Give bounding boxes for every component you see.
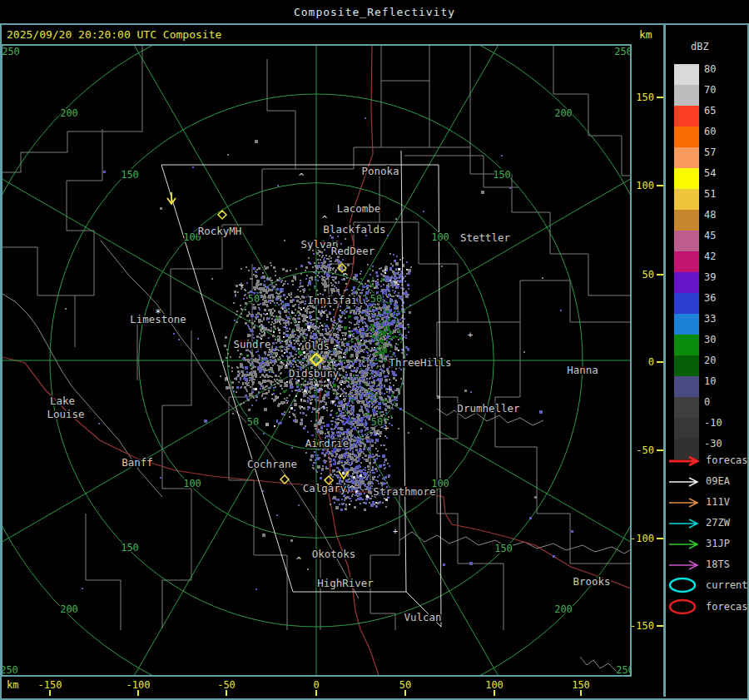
radar-map-viewport[interactable]: 5050505010010010010015015015015020020020… — [1, 44, 632, 677]
bottom-axis-tick-label: -150 — [30, 679, 70, 691]
panel-divider — [663, 24, 666, 697]
down-arrow-marker — [167, 192, 176, 204]
city-label: Louise — [47, 408, 84, 420]
colorbar-value-label: -30 — [704, 439, 722, 449]
colorbar-value-label: 60 — [704, 127, 716, 137]
county-boundary-line — [329, 439, 399, 630]
colorbar-swatch — [674, 147, 699, 168]
right-axis-tick — [657, 97, 663, 98]
caret-marker: ^ — [320, 310, 326, 320]
ring-distance-label: 50 — [370, 293, 382, 305]
ring-distance-label: 50 — [247, 416, 259, 428]
right-axis-tick-label: 100 — [629, 180, 654, 191]
colorbar-unit-label: dBZ — [691, 41, 709, 52]
city-label: Cochrane — [247, 458, 297, 470]
city-label: Ponoka — [361, 165, 399, 177]
legend-arrow-icon — [667, 517, 703, 533]
colorbar-swatch — [674, 106, 699, 127]
ring-distance-label: 150 — [493, 169, 511, 181]
window-title: Composite_Reflectivity — [0, 6, 749, 18]
colorbar-value-label: 80 — [704, 64, 716, 74]
bottom-axis-tick — [226, 690, 227, 696]
city-label: Hanna — [567, 364, 598, 376]
window-titlebar: Composite_Reflectivity — [0, 0, 749, 23]
legend-ellipse-label: forecast — [706, 601, 749, 613]
colorbar-swatch — [674, 85, 699, 106]
caret-marker: ^ — [320, 405, 326, 415]
colorbar-swatch — [674, 127, 699, 147]
city-label: Vulcan — [404, 611, 441, 623]
colorbar-value-label: 51 — [704, 189, 716, 199]
bottom-axis-tick — [49, 690, 51, 696]
colorbar-value-label: -10 — [704, 418, 722, 428]
ring-distance-label: 150 — [121, 169, 139, 181]
caret-marker: ^ — [296, 555, 302, 566]
right-axis-tick-label: -150 — [629, 620, 654, 632]
plus-marker: + — [393, 527, 398, 536]
county-boundary-line — [86, 514, 121, 630]
city-label: RockyMH — [198, 225, 242, 237]
plus-marker: + — [239, 280, 244, 290]
city-label: Calgary — [303, 482, 347, 494]
legend-ellipse-label: current — [706, 579, 748, 591]
colorbar-swatch — [674, 397, 699, 418]
radar-map-canvas[interactable]: 5050505010010010010015015015015020020020… — [2, 46, 630, 675]
bottom-axis-tick — [315, 690, 317, 696]
county-boundary-line — [429, 147, 630, 295]
ring-distance-label: 50 — [248, 293, 260, 305]
city-label: Okotoks — [312, 548, 356, 560]
right-axis-tick — [657, 625, 663, 627]
ring-distance-label: 200 — [554, 107, 573, 119]
colorbar-value-label: 42 — [704, 251, 716, 261]
colorbar-value-label: 20 — [704, 355, 716, 365]
colorbar-value-label: 0 — [704, 397, 710, 407]
colorbar-value-label: 48 — [704, 210, 716, 220]
bottom-axis-tick — [404, 690, 406, 696]
right-axis-tick — [657, 361, 663, 363]
city-label: Drumheller — [457, 402, 520, 415]
river-line — [399, 532, 630, 554]
city-label: Lacombe — [337, 202, 381, 215]
caret-marker: ^ — [343, 271, 349, 282]
caret-marker: ^ — [350, 484, 355, 494]
legend-arrow-icon — [667, 454, 703, 470]
city-label: Olds — [305, 340, 330, 352]
legend-arrow-icon — [667, 559, 703, 574]
city-label: Strathmore — [373, 485, 435, 498]
city-label: Stettler — [460, 231, 511, 244]
colorbar-swatch — [674, 376, 699, 397]
colorbar-swatch — [674, 64, 699, 85]
ring-distance-label: 50 — [371, 416, 383, 428]
bottom-axis-tick-label: -50 — [206, 679, 246, 691]
colorbar-value-label: 54 — [704, 168, 716, 178]
ring-distance-label: 200 — [60, 603, 78, 615]
bottom-axis-tick-label: 100 — [474, 679, 514, 691]
ring-distance-label: 100 — [431, 231, 449, 243]
caret-marker: ^ — [299, 171, 305, 182]
titlebar-divider — [0, 23, 749, 25]
bottom-axis-tick — [137, 690, 139, 696]
colorbar-swatch — [674, 314, 699, 335]
ring-distance-label: 150 — [494, 543, 513, 554]
bottom-axis-tick-label: 50 — [385, 679, 425, 691]
ring-distance-label: 250 — [616, 664, 630, 675]
city-label: Didsbury — [289, 367, 340, 380]
legend-arrow-label: 27ZW — [706, 517, 730, 529]
colorbar-value-label: 45 — [704, 231, 716, 241]
right-axis-tick-label: 50 — [629, 269, 654, 280]
colorbar-value-label: 65 — [704, 106, 716, 116]
star-marker: * — [155, 306, 161, 319]
right-axis-unit-label: km — [639, 28, 652, 41]
colorbar-value-label: 39 — [704, 272, 716, 282]
bottom-axis-tick-label: -100 — [118, 679, 158, 691]
bottom-axis-tick — [494, 690, 495, 696]
legend-arrow-label: 18TS — [706, 559, 730, 570]
colorbar-value-label: 36 — [704, 293, 716, 303]
ring-distance-label: 250 — [614, 46, 630, 57]
city-label: Brooks — [573, 575, 610, 588]
county-boundary-line — [67, 129, 102, 347]
bottom-axis-tick-label: 0 — [296, 679, 336, 691]
right-axis-tick-label: 150 — [629, 92, 654, 103]
ring-distance-label: 250 — [2, 664, 18, 675]
colorbar-swatch — [674, 210, 699, 231]
